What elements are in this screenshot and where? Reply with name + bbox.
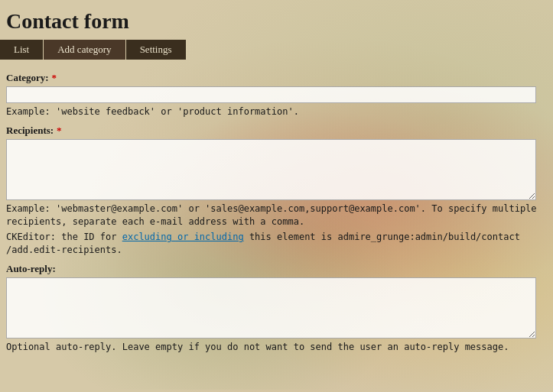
category-required-star: *: [52, 72, 57, 84]
category-hint: Example: 'website feedback' or 'product …: [6, 105, 547, 118]
recipients-field-group: Recipients: * Example: 'webmaster@exampl…: [6, 125, 547, 257]
auto-reply-field-group: Auto-reply: Optional auto-reply. Leave e…: [6, 263, 547, 354]
tab-add-category[interactable]: Add category: [44, 40, 125, 60]
ckeditor-hint: CKEditor: the ID for excluding or includ…: [6, 231, 547, 257]
page-title: Contact form: [0, 6, 553, 40]
category-input[interactable]: [6, 86, 536, 103]
tab-settings[interactable]: Settings: [126, 40, 186, 60]
category-field-group: Category: * Example: 'website feedback' …: [6, 72, 547, 118]
category-label: Category: *: [6, 72, 547, 84]
auto-reply-textarea[interactable]: [6, 277, 536, 339]
auto-reply-label: Auto-reply:: [6, 263, 547, 275]
ckeditor-link[interactable]: excluding or including: [122, 232, 244, 242]
recipients-required-star: *: [57, 125, 62, 137]
tab-list[interactable]: List: [0, 40, 43, 60]
tabs-bar: List Add category Settings: [0, 40, 553, 60]
recipients-label: Recipients: *: [6, 125, 547, 137]
recipients-hint: Example: 'webmaster@example.com' or 'sal…: [6, 202, 547, 228]
form-area: Category: * Example: 'website feedback' …: [0, 69, 553, 366]
recipients-textarea[interactable]: [6, 139, 536, 200]
auto-reply-hint: Optional auto-reply. Leave empty if you …: [6, 341, 547, 354]
